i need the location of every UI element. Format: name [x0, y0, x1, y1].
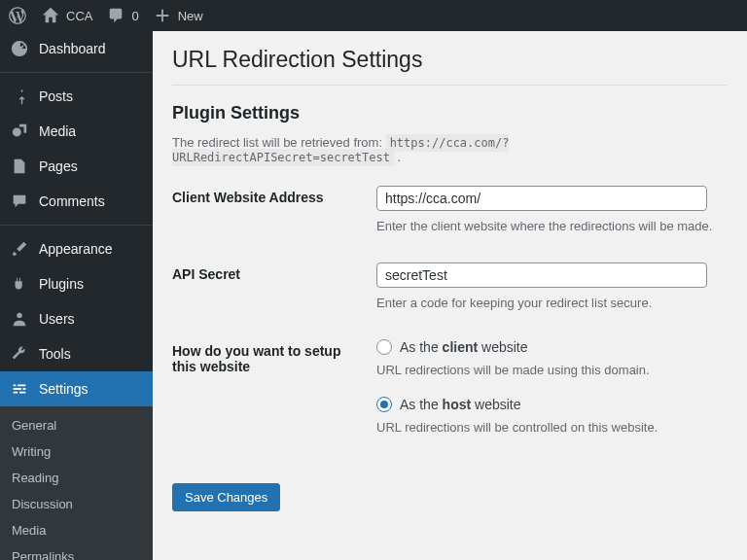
lead-text: The redirect list will be retrieved from… — [172, 135, 728, 164]
sidebar-item-label: Users — [39, 311, 75, 327]
plugin-icon — [10, 274, 29, 294]
plus-icon — [153, 6, 172, 25]
sidebar-item-label: Dashboard — [39, 41, 106, 56]
site-home-link[interactable]: CCA — [41, 6, 92, 25]
sidebar-item-label: Plugins — [39, 276, 84, 292]
submenu-item-writing[interactable]: Writing — [0, 438, 153, 465]
settings-submenu: General Writing Reading Discussion Media… — [0, 406, 153, 560]
radio-label: As the host website — [400, 397, 521, 412]
menu-separator — [0, 225, 153, 226]
radio-client-website[interactable]: As the client website — [376, 339, 728, 355]
sidebar-item-label: Media — [39, 123, 76, 139]
help-client-address: Enter the client website where the redir… — [376, 219, 728, 233]
comments-link[interactable]: 0 — [106, 6, 138, 25]
new-label: New — [178, 9, 203, 23]
admin-toolbar: CCA 0 New — [0, 0, 747, 31]
comments-icon — [10, 192, 29, 211]
radio-label: As the client website — [400, 339, 528, 355]
sliders-icon — [10, 379, 29, 399]
sidebar-item-label: Tools — [39, 346, 71, 362]
section-heading: Plugin Settings — [172, 103, 728, 123]
radio-icon-checked — [376, 397, 392, 412]
sidebar-item-comments[interactable]: Comments — [0, 184, 153, 219]
submenu-item-reading[interactable]: Reading — [0, 465, 153, 491]
site-name: CCA — [66, 9, 92, 23]
pin-icon — [10, 87, 29, 106]
svg-point-0 — [13, 127, 21, 136]
save-button[interactable]: Save Changes — [172, 483, 280, 511]
radio-icon — [376, 339, 392, 355]
wp-logo[interactable] — [8, 6, 27, 25]
sidebar-item-tools[interactable]: Tools — [0, 336, 153, 371]
user-icon — [10, 309, 29, 329]
sidebar-item-dashboard[interactable]: Dashboard — [0, 31, 153, 66]
sidebar-item-label: Settings — [39, 381, 89, 397]
label-client-address: Client Website Address — [172, 186, 376, 205]
help-client-mode: URL redirections will be made using this… — [376, 363, 728, 377]
row-api-secret: API Secret Enter a code for keeping your… — [172, 262, 728, 310]
label-api-secret: API Secret — [172, 262, 376, 282]
wordpress-icon — [8, 6, 27, 25]
sidebar-item-label: Comments — [39, 193, 105, 209]
submenu-item-permalinks[interactable]: Permalinks — [0, 543, 153, 560]
submenu-item-discussion[interactable]: Discussion — [0, 491, 153, 517]
sidebar-item-plugins[interactable]: Plugins — [0, 266, 153, 301]
page-title: URL Redirection Settings — [172, 47, 728, 73]
input-api-secret[interactable] — [376, 262, 707, 288]
sidebar-item-label: Posts — [39, 88, 73, 104]
sidebar-item-label: Appearance — [39, 241, 113, 257]
lead-suffix: . — [394, 150, 401, 164]
lead-prefix: The redirect list will be retrieved from… — [172, 135, 386, 150]
sidebar-item-posts[interactable]: Posts — [0, 79, 153, 114]
sidebar-item-media[interactable]: Media — [0, 114, 153, 149]
label-setup-mode: How do you want to setup this website — [172, 339, 376, 374]
row-setup-mode: How do you want to setup this website As… — [172, 339, 728, 454]
page-icon — [10, 157, 29, 176]
submenu-item-media[interactable]: Media — [0, 517, 153, 543]
help-api-secret: Enter a code for keeping your redirect l… — [376, 296, 728, 310]
sidebar-item-appearance[interactable]: Appearance — [0, 231, 153, 266]
input-client-address[interactable] — [376, 186, 707, 211]
sidebar-item-users[interactable]: Users — [0, 301, 153, 336]
help-host-mode: URL redirections will be controlled on t… — [376, 420, 728, 435]
sidebar-item-pages[interactable]: Pages — [0, 149, 153, 184]
wrench-icon — [10, 344, 29, 364]
main-content: URL Redirection Settings Plugin Settings… — [153, 31, 747, 560]
svg-point-1 — [17, 313, 21, 318]
home-icon — [41, 6, 60, 25]
comment-count: 0 — [131, 9, 138, 23]
title-divider — [172, 85, 728, 86]
radio-host-website[interactable]: As the host website — [376, 397, 728, 412]
row-client-address: Client Website Address Enter the client … — [172, 186, 728, 233]
submenu-item-general[interactable]: General — [0, 412, 153, 438]
media-icon — [10, 122, 29, 141]
new-content-link[interactable]: New — [153, 6, 203, 25]
sidebar-item-settings[interactable]: Settings — [0, 371, 153, 406]
brush-icon — [10, 239, 29, 259]
dashboard-icon — [10, 39, 29, 58]
comment-icon — [106, 6, 125, 25]
menu-separator — [0, 72, 153, 73]
sidebar-item-label: Pages — [39, 158, 78, 174]
admin-sidebar: Dashboard Posts Media Pages Comments App… — [0, 31, 153, 560]
